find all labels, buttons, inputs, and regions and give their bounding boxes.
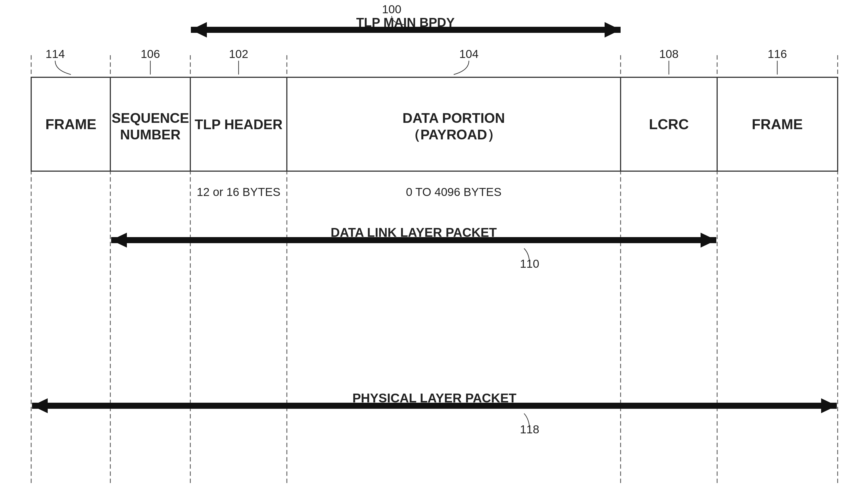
data-portion-size-label: 0 TO 4096 BYTES [406, 185, 502, 199]
tlp-header-size-label: 12 or 16 BYTES [197, 185, 280, 199]
ref-114: 114 [45, 48, 65, 60]
ref-106: 106 [141, 48, 160, 60]
cell-data-portion-line1: DATA PORTION [402, 110, 505, 126]
tlp-main-bpdy-label: TLP MAIN BPDY [356, 15, 455, 30]
svg-rect-0 [0, 0, 868, 504]
cell-tlp-header: TLP HEADER [195, 117, 283, 132]
cell-sequence-number-line2: NUMBER [120, 127, 180, 142]
ref-116: 116 [768, 48, 787, 60]
data-link-layer-label: DATA LINK LAYER PACKET [331, 225, 497, 240]
ref-104: 104 [459, 48, 478, 60]
cell-frame1: FRAME [45, 116, 96, 132]
ref-102: 102 [229, 48, 248, 60]
cell-sequence-number-line1: SEQUENCE [112, 110, 189, 126]
ref-100: 100 [382, 3, 401, 16]
cell-lcrc: LCRC [649, 116, 689, 132]
physical-layer-label: PHYSICAL LAYER PACKET [352, 391, 517, 405]
cell-data-portion-line2: （PAYROAD） [406, 127, 501, 142]
ref-108: 108 [659, 48, 679, 60]
cell-frame2: FRAME [752, 116, 803, 132]
